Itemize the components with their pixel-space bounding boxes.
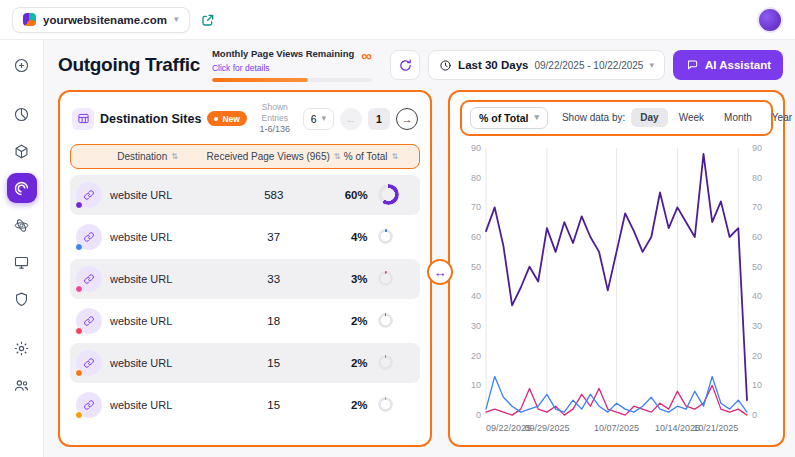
panel-title: Destination Sites [100,112,201,126]
shown-entries: Shown Entries 1-6/136 [253,102,297,136]
series-color-dot [75,411,83,419]
page-header: Outgoing Traffic Monthly Page Views Rema… [44,40,795,88]
table-row[interactable]: website URL 18 2% [70,301,420,341]
row-percent: 3% [351,273,368,285]
members-icon[interactable] [7,370,37,400]
svg-text:09/29/2025: 09/29/2025 [524,423,569,433]
open-site-button[interactable] [200,12,216,28]
chart-controls: % of Total ▾ Show data by: DayWeekMonthY… [460,100,773,136]
site-favicon-icon [23,13,36,26]
display-icon[interactable] [7,247,37,277]
row-percent: 4% [351,231,368,243]
svg-text:30: 30 [471,321,481,331]
apps-icon[interactable] [7,136,37,166]
destination-sites-panel: Destination Sites New Shown Entries 1-6/… [58,90,432,447]
next-page-button[interactable]: → [396,108,418,130]
row-destination: website URL [110,357,172,369]
svg-text:80: 80 [752,173,762,183]
refresh-icon [398,58,413,73]
table-row[interactable]: website URL 583 60% [70,175,420,215]
link-icon [76,224,102,250]
sidebar [0,40,44,457]
panels-area: Destination Sites New Shown Entries 1-6/… [44,88,795,457]
page-size-value: 6 [311,113,317,125]
table-row[interactable]: website URL 37 4% [70,217,420,257]
current-page-indicator[interactable]: 1 [368,108,390,130]
svg-text:80: 80 [471,173,481,183]
page-size-select[interactable]: 6 ▾ [303,108,334,130]
traffic-chart-panel: % of Total ▾ Show data by: DayWeekMonthY… [448,90,785,447]
table-row[interactable]: website URL 15 2% [70,385,420,425]
row-percent: 60% [345,189,368,201]
row-donut [378,184,399,205]
table-row[interactable]: website URL 33 3% [70,259,420,299]
chevron-down-icon: ▾ [321,114,326,123]
ai-assistant-button[interactable]: AI Assistant [673,50,783,80]
topbar: yourwebsitename.com ▾ [0,0,795,40]
svg-text:20: 20 [471,351,481,361]
monthly-page-views-label: Monthly Page Views Remaining [212,49,354,60]
svg-text:90: 90 [471,143,481,153]
security-shield-icon[interactable] [7,284,37,314]
metric-select[interactable]: % of Total ▾ [470,107,548,129]
series-color-dot [75,201,83,209]
settings-gear-icon[interactable] [7,333,37,363]
integrations-icon[interactable] [7,210,37,240]
link-icon [76,266,102,292]
svg-text:10/07/2025: 10/07/2025 [594,423,639,433]
column-destination[interactable]: Destination ⇅ [77,151,218,162]
analytics-icon[interactable] [7,99,37,129]
row-views: 583 [218,189,330,201]
refresh-button[interactable] [390,50,420,80]
granularity-year-button[interactable]: Year [763,108,795,127]
new-badge: New [207,111,246,126]
row-views: 37 [218,231,330,243]
row-destination: website URL [110,273,172,285]
monthly-progress-fill [212,78,308,82]
chevron-down-icon: ▾ [534,113,539,122]
click-for-details-link[interactable]: Click for details [212,63,270,73]
chart-area: 09/22/202509/29/202510/07/202510/14/2025… [460,140,773,437]
svg-text:10: 10 [752,380,762,390]
svg-text:10/21/2025: 10/21/2025 [693,423,738,433]
row-destination: website URL [110,189,172,201]
svg-text:60: 60 [752,232,762,242]
svg-text:50: 50 [752,262,762,272]
sort-icon: ⇅ [171,152,178,161]
column-percent-of-total[interactable]: % of Total ⇅ [329,151,413,162]
granularity-week-button[interactable]: Week [670,108,713,127]
svg-text:70: 70 [471,202,481,212]
column-received-page-views[interactable]: Received Page Views (965) ⇅ [218,151,329,162]
compass-plus-icon[interactable] [7,50,37,80]
series-color-dot [75,243,83,251]
table-row[interactable]: website URL 15 2% [70,343,420,383]
svg-text:70: 70 [752,202,762,212]
domain-select[interactable]: yourwebsitename.com ▾ [12,7,190,33]
granularity-month-button[interactable]: Month [715,108,761,127]
svg-text:20: 20 [752,351,762,361]
traffic-line-chart: 09/22/202509/29/202510/07/202510/14/2025… [460,140,773,437]
row-donut [378,271,393,286]
row-views: 15 [218,357,330,369]
row-destination: website URL [110,315,172,327]
chat-icon [685,58,699,72]
prev-page-button[interactable]: ← [340,108,362,130]
row-percent: 2% [351,357,368,369]
row-donut [378,355,393,370]
date-range-selector[interactable]: Last 30 Days 09/22/2025 - 10/22/2025 ▾ [428,50,665,80]
row-percent: 2% [351,399,368,411]
row-views: 33 [218,273,330,285]
series-color-dot [75,285,83,293]
svg-text:10: 10 [471,380,481,390]
svg-text:0: 0 [752,410,757,420]
granularity-day-button[interactable]: Day [631,108,667,127]
link-icon [76,392,102,418]
user-avatar[interactable] [757,7,783,33]
row-views: 15 [218,399,330,411]
table-rows: website URL 583 60% website URL 37 4% [70,175,420,425]
external-link-icon [200,12,216,28]
panel-resize-button[interactable]: ↔ [427,259,453,285]
row-destination: website URL [110,231,172,243]
svg-text:0: 0 [476,410,481,420]
outgoing-traffic-icon[interactable] [7,173,37,203]
